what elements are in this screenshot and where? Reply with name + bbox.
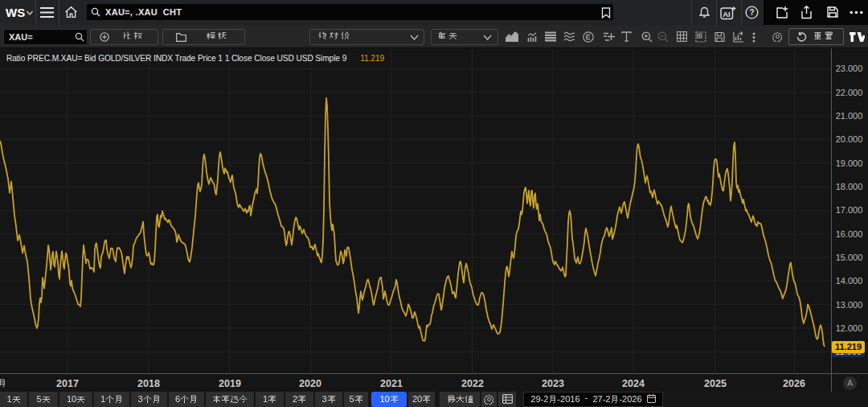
svg-text:AI: AI [723, 10, 731, 18]
svg-text:?: ? [749, 8, 754, 17]
